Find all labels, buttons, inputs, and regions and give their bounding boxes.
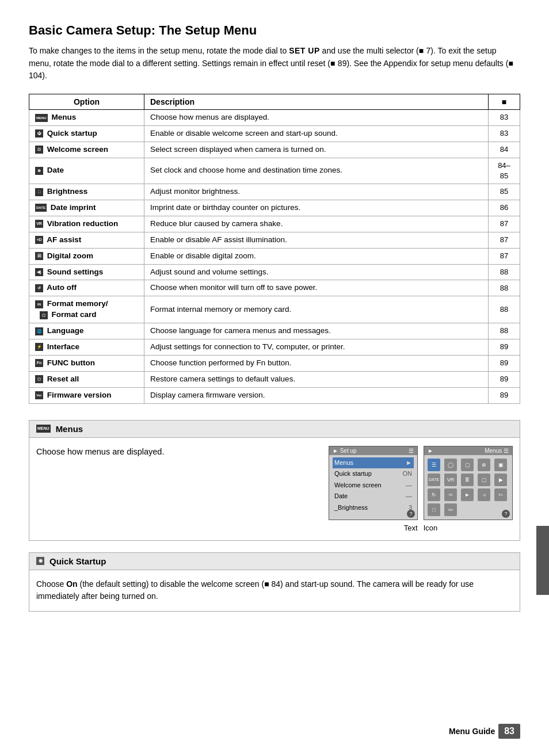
option-icon: Ver — [35, 391, 43, 399]
option-cell: DATE Date imprint — [29, 200, 144, 216]
text-label: Text — [404, 524, 418, 532]
grid-icon-7: VR — [444, 474, 457, 486]
grid-icon-8: ≣ — [461, 474, 474, 486]
option-label: Sound settings — [45, 268, 103, 276]
quick-startup-text: Choose On (the default setting) to disab… — [36, 578, 513, 603]
icon-screen-title: ► Menus ☰ — [424, 446, 512, 455]
footer: Menu Guide 83 — [449, 724, 520, 739]
grid-icon-15: Fn — [494, 488, 507, 501]
option-cell: MENU Menus — [29, 110, 144, 126]
description-cell: Imprint date or birthday counter on pict… — [144, 200, 489, 216]
menu-item-welcome: Welcome screen — — [333, 480, 414, 491]
table-row: 回 Digital zoom Enable or disable digital… — [29, 248, 520, 264]
text-screen-title: ► Set up ☰ — [329, 446, 417, 455]
grid-icon-2: ◯ — [444, 459, 457, 471]
setup-keyword: SET UP — [289, 46, 320, 55]
option-cell: 🌐 Language — [29, 323, 144, 339]
grid-icon-10: ▶ — [494, 474, 507, 486]
option-icon: 🌐 — [35, 327, 43, 335]
grid-icon-1: ☰ — [428, 459, 440, 471]
page-cell: 87 — [489, 232, 520, 248]
grid-icon-12: IN — [444, 488, 457, 501]
quick-startup-section-header: ◉ Quick Startup — [29, 553, 520, 570]
grid-icon-18 — [461, 503, 474, 516]
page-cell: 87 — [489, 248, 520, 264]
option-icon: VR — [35, 220, 43, 228]
menu-label-quick: Quick startup — [334, 469, 372, 479]
icon-screen-label: ► — [428, 448, 433, 454]
grid-icon-3: ▢ — [461, 459, 474, 471]
option-cell: 回 Digital zoom — [29, 248, 144, 264]
option-icon: ⊡ — [35, 146, 43, 154]
table-row: ⏻ Quick startup Enable or disable welcom… — [29, 125, 520, 142]
option-cell: VR Vibration reduction — [29, 216, 144, 232]
option-label: AF assist — [45, 235, 81, 244]
option-cell: ⏻ Quick startup — [29, 125, 144, 142]
footer-page-number: 83 — [498, 724, 520, 739]
option-label: Interface — [45, 342, 79, 351]
option-label: Firmware version — [45, 391, 112, 399]
option-icon: DATE — [35, 204, 47, 212]
page-cell: 88 — [489, 296, 520, 323]
description-cell: Reduce blur caused by camera shake. — [144, 216, 489, 232]
ref-84: ■ — [264, 579, 269, 589]
page-cell: 89 — [489, 355, 520, 371]
menu-item-brightness: _Brightness 3 — [333, 502, 414, 514]
table-row: 🌐 Language Choose language for camera me… — [29, 323, 520, 339]
side-tab — [536, 526, 549, 595]
menu-val-menus: ► — [406, 458, 412, 468]
option-label: Vibration reduction — [45, 219, 118, 228]
description-cell: Set clock and choose home and destinatio… — [144, 158, 489, 184]
grid-icon-13: ► — [461, 488, 474, 501]
page-cell: 83 — [489, 110, 520, 126]
icon-screen: ► Menus ☰ ☰ ◯ ▢ ⊕ ▣ DATE VR — [424, 446, 513, 520]
option-label: Digital zoom — [45, 251, 93, 260]
menu-val-quick: ON — [403, 469, 413, 479]
option-icon: ↺ — [35, 284, 43, 292]
option-cell: Ver Firmware version — [29, 387, 144, 403]
option-label: FUNC button — [45, 358, 95, 367]
option-label: Brightness — [45, 187, 87, 196]
option-cell: □ Brightness — [29, 184, 144, 200]
col-header-description: Description — [144, 94, 489, 110]
option-icon: ⚡ — [35, 343, 43, 351]
grid-icon-5: ▣ — [494, 459, 507, 471]
option-icon: □ — [35, 188, 43, 196]
description-cell: Select screen displayed when camera is t… — [144, 142, 489, 158]
table-row: ⊡ Welcome screen Select screen displayed… — [29, 142, 520, 158]
help-icon-icon: ? — [502, 510, 510, 518]
grid-icon-11: ↻ — [428, 488, 440, 501]
menus-section-title: Menus — [56, 424, 83, 434]
table-row: ⊕ Date Set clock and choose home and des… — [29, 158, 520, 184]
description-cell: Choose function performed by Fn button. — [144, 355, 489, 371]
table-row: ↺ Auto off Choose when monitor will turn… — [29, 280, 520, 296]
description-cell: Enable or disable welcome screen and sta… — [144, 125, 489, 142]
option-cell: ⊡ Welcome screen — [29, 142, 144, 158]
text-screen: ► Set up ☰ Menus ► Quick startup ON — [329, 446, 418, 520]
page-cell: 89 — [489, 387, 520, 403]
menus-section: MENU Menus Choose how menus are displaye… — [29, 420, 520, 541]
page-cell: 84 — [489, 142, 520, 158]
option-icon: ⊕ — [35, 167, 43, 175]
option-label: Quick startup — [45, 129, 97, 138]
description-cell: Restore camera settings to default value… — [144, 371, 489, 387]
camera-screens: ► Set up ☰ Menus ► Quick startup ON — [329, 446, 513, 520]
option-label: Language — [45, 326, 84, 335]
page-cell: 88 — [489, 280, 520, 296]
menu-val-welcome: — — [406, 480, 412, 491]
description-cell: Enable or disable digital zoom. — [144, 248, 489, 264]
option-label: Date — [45, 166, 64, 174]
option-icon: ≡D — [35, 236, 43, 244]
grid-icon-16: □ — [428, 503, 440, 516]
option-label: Format memory/ — [45, 299, 108, 308]
page-cell: 83 — [489, 125, 520, 142]
page-title: Basic Camera Setup: The Setup Menu — [29, 23, 520, 38]
menu-item-menus: Menus ► — [333, 457, 414, 469]
text-menu-list: Menus ► Quick startup ON Welcome screen … — [329, 455, 417, 516]
menus-section-header: MENU Menus — [29, 421, 520, 438]
setup-label: ► Set up — [333, 448, 357, 454]
quick-startup-title: Quick Startup — [49, 556, 106, 566]
option-icon: MENU — [35, 114, 48, 122]
ref-104: ■ — [508, 59, 513, 68]
option-label: Auto off — [45, 283, 77, 292]
